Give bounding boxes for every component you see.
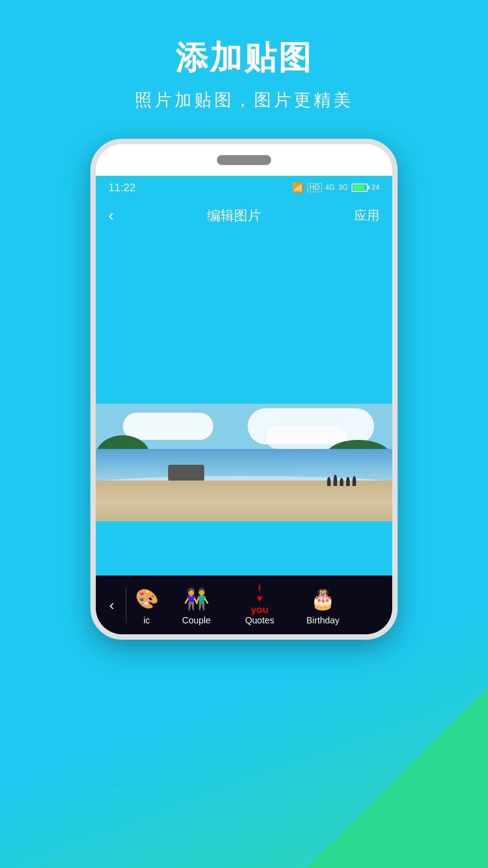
couple-label: Couple xyxy=(182,615,211,626)
page-subtitle: 照片加贴图，图片更精美 xyxy=(135,89,353,112)
phone-speaker xyxy=(217,155,271,165)
boat xyxy=(168,465,204,483)
toolbar-item-quotes[interactable]: i♥you Quotes xyxy=(228,580,291,630)
quotes-label: Quotes xyxy=(245,615,274,626)
phone-top-bar xyxy=(96,144,392,176)
status-icons: 📶 HD 4G 3G 24 xyxy=(292,182,380,193)
page-header: 添加贴图 照片加贴图，图片更精美 xyxy=(135,36,353,112)
person-3 xyxy=(340,478,343,486)
toolbar-item-birthday[interactable]: 🎂 Birthday xyxy=(291,580,355,630)
birthday-icon: 🎂 xyxy=(309,585,338,613)
toolbar-back-button[interactable]: ‹ xyxy=(100,597,123,613)
background-decoration xyxy=(307,687,488,868)
people-silhouettes xyxy=(327,475,356,486)
signal-4g: 4G xyxy=(325,184,335,192)
wifi-icon: 📶 xyxy=(292,182,304,193)
signal-3g: 3G xyxy=(338,184,348,192)
birthday-label: Birthday xyxy=(306,615,339,626)
couple-icon: 👫 xyxy=(182,585,211,613)
battery-icon xyxy=(352,184,368,192)
phone-mockup: 11:22 📶 HD 4G 3G 24 ‹ 编辑图片 应用 xyxy=(90,139,398,640)
ic-icon: 🎨 xyxy=(132,585,161,613)
quotes-icon: i♥you xyxy=(245,585,274,613)
phone-screen: 11:22 📶 HD 4G 3G 24 ‹ 编辑图片 应用 xyxy=(96,176,392,634)
battery-level: 24 xyxy=(371,184,380,192)
quotes-icon-wrapper: i♥you xyxy=(246,585,273,613)
quotes-text: i♥you xyxy=(251,582,268,615)
canvas-upper xyxy=(96,232,392,404)
page-title: 添加贴图 xyxy=(135,36,353,80)
status-time: 11:22 xyxy=(108,181,136,194)
ic-label: ic xyxy=(143,615,150,626)
person-1 xyxy=(327,477,331,486)
hd-badge: HD xyxy=(307,183,321,192)
toolbar-divider xyxy=(126,587,127,623)
battery-fill xyxy=(353,185,364,190)
person-5 xyxy=(352,476,356,486)
toolbar-item-ic[interactable]: 🎨 ic xyxy=(129,580,165,630)
nav-action-button[interactable]: 应用 xyxy=(354,207,380,224)
bottom-toolbar: ‹ 🎨 ic 👫 Couple i♥you xyxy=(96,576,392,634)
toolbar-item-couple[interactable]: 👫 Couple xyxy=(165,580,228,630)
nav-back-button[interactable]: ‹ xyxy=(108,206,114,225)
nav-bar: ‹ 编辑图片 应用 xyxy=(96,199,392,232)
canvas-lower xyxy=(96,521,392,576)
sand xyxy=(96,481,392,521)
person-2 xyxy=(333,475,337,486)
cloud-1 xyxy=(123,413,213,440)
person-4 xyxy=(346,477,350,486)
beach-photo xyxy=(96,404,392,521)
nav-title: 编辑图片 xyxy=(207,207,261,225)
status-bar: 11:22 📶 HD 4G 3G 24 xyxy=(96,176,392,199)
